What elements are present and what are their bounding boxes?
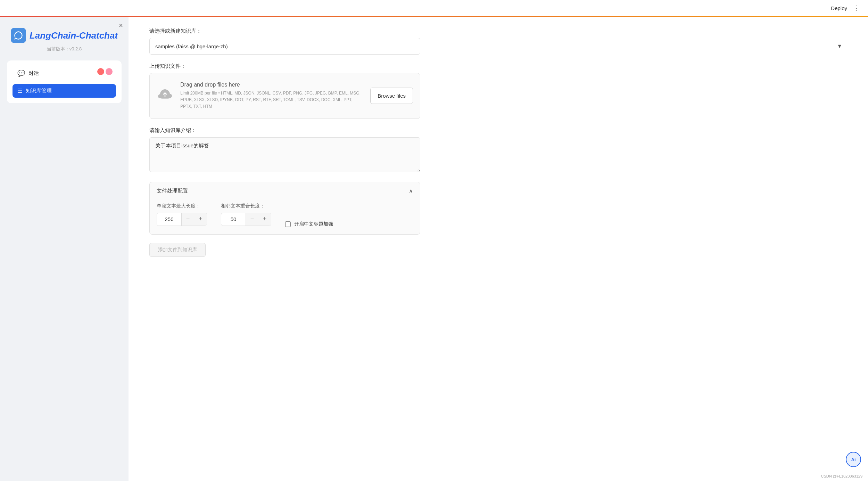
close-button[interactable]: × xyxy=(119,22,123,30)
zh-title-checkbox[interactable] xyxy=(285,221,291,227)
kb-label: 知识库管理 xyxy=(26,88,52,94)
add-to-kb-button[interactable]: 添加文件到知识库 xyxy=(149,243,206,257)
cloud-upload-icon xyxy=(157,86,173,106)
logo-area: LangChain-Chatchat xyxy=(7,28,122,43)
overlap-increase-button[interactable]: + xyxy=(258,213,271,226)
zh-title-config: 开启中文标题加强 xyxy=(285,203,333,227)
footer-text: CSDN @FL1623863129 xyxy=(821,474,862,478)
file-config-header[interactable]: 文件处理配置 ∧ xyxy=(150,182,420,200)
overlap-stepper: 50 − + xyxy=(221,213,271,226)
checkbox-row: 开启中文标题加强 xyxy=(285,221,333,227)
version-text: 当前版本：v0.2.8 xyxy=(7,46,122,52)
overlap-label: 相邻文本重合长度： xyxy=(221,203,271,209)
overlap-value: 50 xyxy=(221,213,246,225)
max-length-value: 250 xyxy=(157,213,181,225)
max-length-stepper: 250 − + xyxy=(157,213,207,226)
layout: × LangChain-Chatchat 当前版本：v0.2.8 💬 对话 xyxy=(0,17,868,481)
sidebar-item-chat[interactable]: 💬 对话 xyxy=(13,66,116,81)
logo-text: LangChain-Chatchat xyxy=(30,30,118,41)
overlap-decrease-button[interactable]: − xyxy=(246,213,258,226)
upload-label: 上传知识文件： xyxy=(149,63,847,70)
kb-select-label: 请选择或新建知识库： xyxy=(149,28,847,34)
chat-badges xyxy=(97,68,113,75)
nav-card: 💬 对话 ☰ 知识库管理 xyxy=(7,60,122,103)
upload-title: Drag and drop files here xyxy=(180,82,363,88)
config-row: 单段文本最大长度： 250 − + 相邻文本重合长度： 50 xyxy=(157,203,413,227)
deploy-button[interactable]: Deploy xyxy=(831,5,847,11)
browse-files-button[interactable]: Browse files xyxy=(370,88,413,104)
badge-red xyxy=(97,68,104,75)
logo-icon xyxy=(11,28,26,43)
badge-pink xyxy=(106,68,113,75)
file-config-section: 文件处理配置 ∧ 单段文本最大长度： 250 − + xyxy=(149,182,420,235)
chevron-down-icon: ▼ xyxy=(837,43,842,49)
file-config-title: 文件处理配置 xyxy=(157,188,188,194)
sidebar-item-kb[interactable]: ☰ 知识库管理 xyxy=(13,84,116,98)
ai-float-button[interactable]: Ai xyxy=(846,452,861,467)
kb-select[interactable]: samples (faiss @ bge-large-zh) xyxy=(149,38,420,55)
chevron-up-icon: ∧ xyxy=(409,188,413,194)
main-content: 请选择或新建知识库： samples (faiss @ bge-large-zh… xyxy=(129,17,868,481)
chat-bubble-icon: 💬 xyxy=(17,70,25,77)
overlap-config: 相邻文本重合长度： 50 − + xyxy=(221,203,271,226)
intro-label: 请输入知识库介绍： xyxy=(149,127,847,134)
more-menu-button[interactable]: ⋮ xyxy=(853,4,860,12)
kb-select-wrapper: samples (faiss @ bge-large-zh) ▼ xyxy=(149,38,847,55)
kb-icon: ☰ xyxy=(17,88,22,94)
max-length-increase-button[interactable]: + xyxy=(194,213,207,226)
top-bar: Deploy ⋮ xyxy=(0,0,868,17)
max-length-decrease-button[interactable]: − xyxy=(182,213,194,226)
max-length-config: 单段文本最大长度： 250 − + xyxy=(157,203,207,226)
upload-limits: Limit 200MB per file • HTML, MD, JSON, J… xyxy=(180,90,363,110)
intro-textarea[interactable] xyxy=(149,137,420,172)
max-length-label: 单段文本最大长度： xyxy=(157,203,207,209)
upload-text-area: Drag and drop files here Limit 200MB per… xyxy=(180,82,363,110)
zh-title-label: 开启中文标题加强 xyxy=(294,221,333,227)
upload-area: Drag and drop files here Limit 200MB per… xyxy=(149,73,420,119)
chat-label: 对话 xyxy=(28,70,39,77)
chat-icon xyxy=(14,31,23,40)
file-config-body: 单段文本最大长度： 250 − + 相邻文本重合长度： 50 xyxy=(150,200,420,234)
sidebar: × LangChain-Chatchat 当前版本：v0.2.8 💬 对话 xyxy=(0,17,129,481)
